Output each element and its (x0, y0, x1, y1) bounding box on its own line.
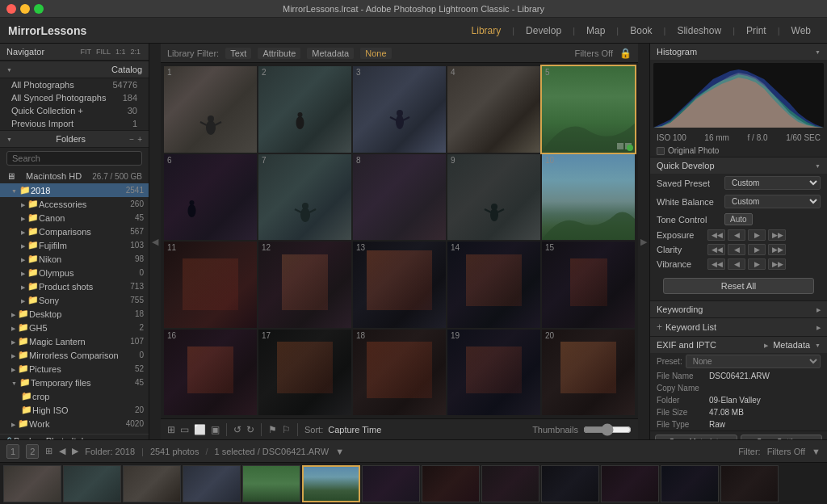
film-thumb-4[interactable] (183, 465, 241, 502)
film-thumb-13[interactable] (720, 465, 779, 502)
loupe-view-icon[interactable]: ▭ (180, 424, 189, 435)
photo-cell-13[interactable]: 13 (353, 242, 446, 328)
film-thumb-7[interactable] (362, 465, 420, 502)
photo-cell-10[interactable]: 10 (542, 154, 635, 241)
exposure-inc-inc-btn[interactable]: ▶▶ (768, 229, 786, 241)
sync-metadata-button[interactable]: Sync Metadata (655, 435, 737, 439)
add-folder-button[interactable]: + (137, 135, 142, 144)
reset-all-button[interactable]: Reset All (663, 278, 814, 294)
add-keyword-icon[interactable]: + (657, 321, 662, 333)
lock-icon[interactable]: 🔒 (619, 48, 632, 59)
one-to-one-button[interactable]: 1:1 (114, 47, 128, 57)
minimize-button[interactable] (20, 4, 30, 14)
film-thumb-8[interactable] (422, 465, 480, 502)
folder-crop[interactable]: 📁 crop (0, 389, 149, 403)
photo-cell-3[interactable]: 3 (353, 66, 446, 153)
metadata-preset-select[interactable]: None (686, 355, 821, 368)
catalog-quick-collection[interactable]: Quick Collection + 30 (0, 104, 149, 117)
rotate-ccw-icon[interactable]: ↺ (233, 424, 241, 435)
photo-cell-18[interactable]: 18 (353, 330, 446, 416)
keyword-list-header[interactable]: + Keyword List (650, 318, 827, 336)
folder-sony[interactable]: 📁 Sony 755 (0, 293, 149, 307)
photo-cell-11[interactable]: 11 (164, 242, 257, 328)
quick-develop-header[interactable]: Quick Develop (650, 158, 827, 174)
folders-header[interactable]: Folders − + (0, 131, 149, 148)
filter-toggle[interactable]: ▼ (812, 447, 821, 456)
grid-view-icon[interactable]: ⊞ (167, 424, 175, 435)
right-panel-toggle[interactable]: ▶ (638, 44, 649, 439)
histogram-header[interactable]: Histogram (650, 44, 827, 60)
catalog-synced-photos[interactable]: All Synced Photographs 184 (0, 91, 149, 104)
folder-nikon[interactable]: 📁 Nikon 98 (0, 252, 149, 266)
exposure-inc-btn[interactable]: ▶ (748, 229, 766, 241)
photo-cell-15[interactable]: 15 (542, 242, 635, 328)
nav-map[interactable]: Map (578, 22, 613, 40)
folder-magic-lantern[interactable]: 📁 Magic Lantern 107 (0, 334, 149, 348)
survey-view-icon[interactable]: ▣ (211, 424, 220, 435)
keywording-header[interactable]: Keywording (650, 301, 827, 317)
film-thumb-2[interactable] (63, 465, 121, 502)
tone-auto-button[interactable]: Auto (724, 213, 753, 225)
vibrance-dec-btn[interactable]: ◀ (728, 258, 745, 270)
folder-2018[interactable]: 📁 2018 2541 (0, 183, 149, 197)
nav-develop[interactable]: Develop (518, 22, 569, 40)
folder-accessories[interactable]: 📁 Accessories 260 (0, 197, 149, 211)
sort-value[interactable]: Capture Time (328, 425, 381, 435)
forward-button[interactable]: ▶ (72, 446, 78, 456)
photo-cell-16[interactable]: 16 (164, 330, 257, 416)
compare-view-icon[interactable]: ⬜ (194, 424, 206, 435)
white-balance-select[interactable]: Custom (724, 195, 821, 208)
photo-cell-20[interactable]: 20 (542, 330, 635, 416)
remove-folder-button[interactable]: − (129, 135, 134, 144)
folder-canon[interactable]: 📁 Canon 45 (0, 211, 149, 225)
photo-cell-17[interactable]: 17 (258, 330, 351, 416)
catalog-header[interactable]: Catalog (0, 61, 149, 78)
clarity-dec-dec-btn[interactable]: ◀◀ (707, 244, 725, 255)
sync-settings-button[interactable]: Sync Settings (741, 435, 823, 439)
photo-cell-19[interactable]: 19 (447, 330, 540, 416)
page-indicator-2[interactable]: 2 (26, 444, 39, 459)
photo-cell-6[interactable]: 6 (164, 154, 257, 241)
photo-cell-1[interactable]: 1 (164, 66, 257, 153)
catalog-previous-import[interactable]: Previous Import 1 (0, 117, 149, 130)
flag-icon[interactable]: ⚑ (268, 424, 277, 435)
vibrance-dec-dec-btn[interactable]: ◀◀ (707, 258, 725, 270)
nav-slideshow[interactable]: Slideshow (669, 22, 729, 40)
vibrance-inc-inc-btn[interactable]: ▶▶ (768, 258, 786, 270)
film-thumb-6[interactable] (302, 465, 360, 502)
film-thumb-11[interactable] (601, 465, 659, 502)
clarity-inc-inc-btn[interactable]: ▶▶ (768, 244, 786, 255)
photo-cell-12[interactable]: 12 (258, 242, 351, 328)
nav-library[interactable]: Library (464, 22, 510, 40)
film-thumb-9[interactable] (481, 465, 539, 502)
photo-cell-8[interactable]: 8 (353, 154, 446, 241)
folder-desktop[interactable]: 📁 Desktop 18 (0, 307, 149, 321)
folder-work[interactable]: 📁 Work 4020 (0, 417, 149, 430)
folder-fujifilm[interactable]: 📁 Fujifilm 103 (0, 238, 149, 252)
folder-mirrorless[interactable]: 📁 Mirrorless Comparison 0 (0, 348, 149, 362)
filter-attribute-btn[interactable]: Attribute (258, 48, 300, 59)
rotate-cw-icon[interactable]: ↻ (246, 424, 254, 435)
exposure-dec-btn[interactable]: ◀ (728, 229, 745, 241)
navigator-header[interactable]: Navigator FIT FILL 1:1 2:1 (0, 44, 149, 61)
folder-product-shots[interactable]: 📁 Product shots 713 (0, 279, 149, 293)
close-button[interactable] (6, 4, 16, 14)
photo-cell-14[interactable]: 14 (447, 242, 540, 328)
thumbnail-slider-input[interactable] (583, 423, 632, 436)
ratio-button[interactable]: 2:1 (128, 47, 142, 57)
filter-none-btn[interactable]: None (360, 48, 391, 59)
exposure-dec-dec-btn[interactable]: ◀◀ (707, 229, 725, 241)
filter-text-btn[interactable]: Text (225, 48, 251, 59)
catalog-all-photos[interactable]: All Photographs 54776 (0, 78, 149, 91)
original-photo-checkbox[interactable] (657, 147, 665, 155)
vibrance-inc-btn[interactable]: ▶ (748, 258, 766, 270)
folder-olympus[interactable]: 📁 Olympus 0 (0, 266, 149, 279)
filter-metadata-btn[interactable]: Metadata (307, 48, 354, 59)
film-thumb-10[interactable] (541, 465, 599, 502)
folder-high-iso[interactable]: 📁 High ISO 20 (0, 403, 149, 417)
folder-search-input[interactable] (6, 151, 142, 166)
photo-cell-2[interactable]: 2 (258, 66, 351, 153)
nav-book[interactable]: Book (622, 22, 660, 40)
page-indicator-1[interactable]: 1 (6, 444, 19, 459)
film-thumb-12[interactable] (661, 465, 719, 502)
